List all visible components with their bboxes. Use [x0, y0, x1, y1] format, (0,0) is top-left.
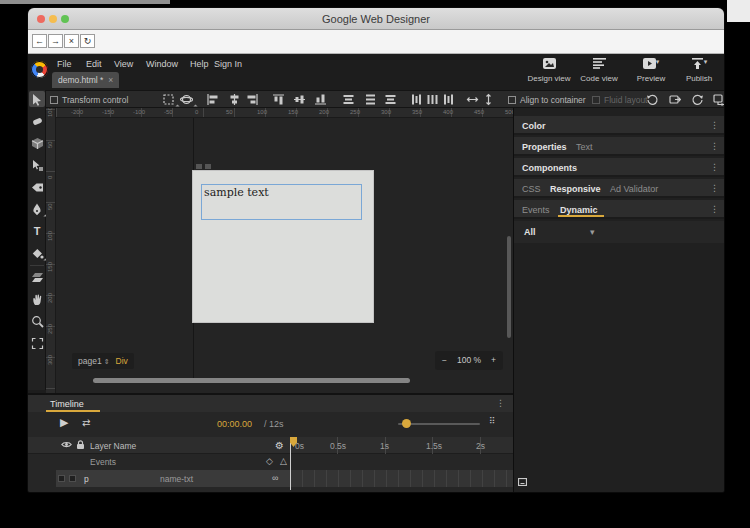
horizontal-scrollbar[interactable]	[93, 378, 410, 383]
breadcrumb-element[interactable]: Div	[116, 356, 128, 366]
breadcrumb-page[interactable]: page1	[78, 356, 102, 366]
align-left-edge-icon[interactable]	[206, 93, 221, 107]
page-selector-icon[interactable]: ⇕	[104, 358, 110, 365]
event-trigger-icon[interactable]: △	[280, 456, 287, 466]
tab-close-icon[interactable]: ×	[108, 75, 113, 85]
components-panel-header[interactable]: Components ⋮	[514, 158, 724, 177]
color-panel-header[interactable]: Color ⋮	[514, 116, 724, 135]
menu-window[interactable]: Window	[146, 59, 178, 69]
pen-tool[interactable]	[29, 201, 45, 217]
distribute-vertical-center-icon[interactable]	[364, 93, 379, 107]
paint-bucket-tool[interactable]	[29, 245, 45, 261]
menu-sign-in[interactable]: Sign In	[214, 59, 242, 69]
play-button[interactable]: ▶	[60, 416, 68, 429]
transform-control-checkbox[interactable]	[50, 96, 58, 104]
menu-file[interactable]: File	[57, 59, 72, 69]
playhead-line[interactable]	[290, 437, 291, 490]
layer-track-row[interactable]: p name-txt ∞	[56, 470, 513, 487]
layer-visibility-toggle[interactable]	[58, 475, 65, 482]
zoom-out-button[interactable]: −	[442, 355, 447, 365]
menu-view[interactable]: View	[114, 59, 133, 69]
zoom-in-button[interactable]: +	[491, 355, 496, 365]
zoom-level[interactable]: 100 %	[457, 355, 481, 365]
distribute-top-icon[interactable]	[342, 93, 357, 107]
forward-button[interactable]: →	[48, 34, 63, 48]
text-element[interactable]: sample text	[204, 186, 269, 199]
free-transform-tool-icon[interactable]	[162, 93, 177, 107]
timeline-tab[interactable]: Timeline	[50, 399, 84, 409]
text-element-selection-box[interactable]: sample text	[201, 184, 362, 220]
hand-tool[interactable]	[29, 291, 45, 307]
3d-object-rotate-tool[interactable]	[29, 135, 45, 151]
distribute-bottom-icon[interactable]	[384, 93, 399, 107]
rotate-3d-tool-icon[interactable]	[180, 93, 195, 107]
selection-tool[interactable]	[29, 91, 45, 107]
align-to-container-checkbox[interactable]	[508, 96, 516, 104]
color-panel-menu-icon[interactable]: ⋮	[710, 120, 719, 130]
distribute-right-icon[interactable]	[442, 93, 457, 107]
align-to-container-option[interactable]: Align to container	[508, 95, 586, 105]
components-panel-menu-icon[interactable]: ⋮	[710, 162, 719, 172]
tab-ad-validator[interactable]: Ad Validator	[610, 184, 658, 194]
artboard-handle-icon[interactable]	[196, 164, 202, 169]
artboard[interactable]: sample text	[193, 171, 373, 322]
distribute-horizontal-center-icon[interactable]	[426, 93, 441, 107]
tab-events[interactable]: Events	[522, 205, 550, 215]
tab-responsive[interactable]: Responsive	[550, 184, 601, 194]
tab-dynamic[interactable]: Dynamic	[560, 205, 598, 215]
timeline-menu-icon[interactable]: ⋮	[496, 398, 505, 408]
publish-button[interactable]: ▾ Publish	[676, 58, 722, 83]
menu-help[interactable]: Help	[190, 59, 209, 69]
code-view-button[interactable]: Code view	[576, 58, 622, 83]
document-tab[interactable]: demo.html *×	[52, 72, 119, 88]
preview-button[interactable]: ▾ Preview	[628, 58, 674, 83]
chevron-down-icon[interactable]: ▾	[590, 227, 595, 237]
keyframe-diamond-icon[interactable]: ◇	[266, 456, 273, 466]
eye-icon[interactable]	[61, 440, 72, 451]
back-button[interactable]: ←	[32, 34, 47, 48]
transform-control-option[interactable]: Transform control	[50, 95, 128, 105]
properties-panel-menu-icon[interactable]: ⋮	[710, 141, 719, 151]
layer-lock-toggle[interactable]	[69, 475, 76, 482]
paste-in-place-icon[interactable]	[668, 93, 683, 107]
properties-panel-header[interactable]: Properties Text ⋮	[514, 137, 724, 156]
align-top-edge-icon[interactable]	[272, 93, 287, 107]
breadcrumb[interactable]: page1⇕Div	[72, 353, 134, 369]
3d-stage-rotate-tool[interactable]	[29, 113, 45, 129]
distribute-left-icon[interactable]	[410, 93, 425, 107]
artboard-handle-icon[interactable]	[205, 164, 211, 169]
match-height-icon[interactable]	[482, 93, 497, 107]
vertical-scrollbar[interactable]	[507, 236, 511, 338]
tab-css[interactable]: CSS	[522, 184, 541, 194]
align-vertical-center-icon[interactable]	[293, 93, 308, 107]
loop-icon[interactable]: ⇄	[82, 417, 90, 428]
lock-icon[interactable]	[76, 440, 85, 452]
fullscreen-tool[interactable]	[29, 335, 45, 351]
filter-all-dropdown[interactable]: All	[524, 227, 536, 237]
group-elements-icon[interactable]	[712, 93, 724, 107]
design-view-button[interactable]: Design view	[526, 58, 572, 83]
gear-icon[interactable]: ⚙	[275, 440, 284, 451]
design-canvas[interactable]: 100 50 0 50 100 150 200 250 300 -200 -15…	[46, 108, 513, 393]
align-bottom-edge-icon[interactable]	[314, 93, 329, 107]
align-horizontal-center-icon[interactable]	[228, 93, 243, 107]
loop-animation-icon[interactable]: ∞	[272, 473, 278, 483]
css-panel-menu-icon[interactable]: ⋮	[710, 183, 719, 193]
zoom-tool[interactable]	[29, 313, 45, 329]
rotate-ccw-icon[interactable]	[646, 93, 661, 107]
timeline-zoom-knob[interactable]	[402, 419, 411, 428]
text-tool[interactable]: T	[29, 223, 45, 239]
menu-edit[interactable]: Edit	[86, 59, 102, 69]
tag-tool[interactable]	[29, 179, 45, 195]
rotate-cw-icon[interactable]	[691, 93, 706, 107]
stop-button[interactable]: ×	[64, 34, 79, 48]
3d-object-translate-tool[interactable]	[29, 157, 45, 173]
align-right-edge-icon[interactable]	[246, 93, 261, 107]
properties-sub-tab[interactable]: Text	[576, 142, 593, 152]
show-panel-icon[interactable]	[518, 478, 527, 488]
match-width-icon[interactable]	[466, 93, 481, 107]
track-frames-grid[interactable]	[290, 470, 513, 487]
refresh-button[interactable]: ↻	[80, 34, 95, 48]
3d-stage-tool[interactable]	[29, 269, 45, 285]
events-panel-menu-icon[interactable]: ⋮	[710, 204, 719, 214]
